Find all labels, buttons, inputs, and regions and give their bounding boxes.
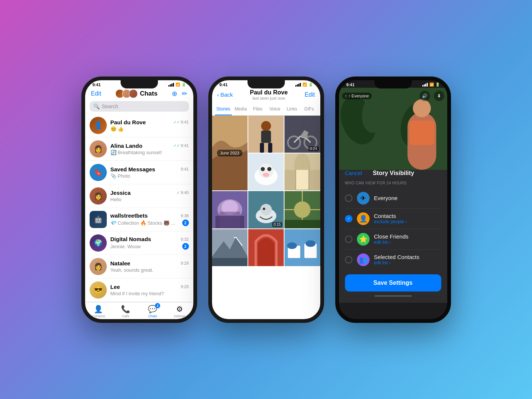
photo-temple[interactable] bbox=[212, 191, 248, 228]
back-chevron: ‹ bbox=[217, 91, 219, 98]
chats-title: Chats bbox=[115, 89, 158, 98]
option-everyone[interactable]: ✈ Everyone bbox=[345, 188, 441, 209]
volume-icon[interactable]: 🔊 bbox=[420, 91, 430, 101]
svg-point-13 bbox=[267, 167, 271, 171]
option-close-friends[interactable]: ⭐ Close Friends edit list › bbox=[345, 229, 441, 250]
avatar-lee: 😎 bbox=[90, 281, 107, 299]
svg-point-12 bbox=[261, 167, 265, 171]
calls-icon: 📞 bbox=[121, 305, 130, 314]
svg-point-26 bbox=[260, 204, 272, 215]
svg-point-2 bbox=[261, 121, 271, 131]
signal-icon-2 bbox=[295, 83, 301, 87]
photo-person[interactable] bbox=[248, 116, 284, 153]
cancel-button[interactable]: Cancel bbox=[345, 170, 363, 176]
avatar-natalee: 👩 bbox=[90, 258, 107, 275]
signal-icon bbox=[168, 83, 174, 87]
photo-arch[interactable] bbox=[284, 153, 320, 190]
settings-icon: ⚙ bbox=[176, 305, 183, 314]
back-button[interactable]: ‹ Back bbox=[217, 91, 233, 98]
time-2: 9:41 bbox=[220, 82, 228, 87]
tab-settings[interactable]: ⚙ Settings bbox=[166, 305, 193, 318]
battery-icon-3: 🔋 bbox=[435, 82, 440, 87]
badge-wsb: 2 bbox=[182, 219, 189, 226]
svg-rect-5 bbox=[268, 143, 272, 152]
chat-item-natalee[interactable]: 👩 Natalee 9:29 Yeah, sounds great. bbox=[85, 255, 193, 278]
profile-edit-button[interactable]: Edit bbox=[305, 91, 315, 98]
chat-item-jessica[interactable]: 👩 Jessica ✓9:40 Hello bbox=[85, 184, 193, 208]
tab-stories[interactable]: Stories bbox=[215, 103, 232, 115]
chat-item-nomads[interactable]: 🌍 Digital Nomads 9:32 Jennie: Woow 2 bbox=[85, 231, 193, 255]
chat-item-wsb[interactable]: 🤖 wallstreetbets 9:38 💎 Collection 🔥 Sto… bbox=[85, 208, 193, 231]
radio-close-friends bbox=[345, 236, 352, 243]
mini-avatar-3 bbox=[129, 89, 138, 98]
svg-rect-23 bbox=[220, 212, 240, 228]
radio-contacts: ✓ bbox=[345, 215, 352, 222]
tab-contacts[interactable]: 👤 Contacts bbox=[85, 305, 112, 318]
avatar-wsb: 🤖 bbox=[90, 211, 107, 228]
visibility-title: Story Visibility bbox=[373, 170, 414, 177]
time-1: 9:41 bbox=[93, 82, 101, 87]
search-placeholder: Search bbox=[102, 103, 118, 109]
notch-2 bbox=[248, 80, 285, 88]
photo-mountain[interactable] bbox=[212, 229, 248, 266]
wifi-icon-2: 📶 bbox=[302, 82, 307, 87]
chat-list: 👤 Paul du Rove ✓✓9:41 😊 👍 👩 Alina Lando bbox=[85, 114, 193, 302]
profile-header: ‹ Back Paul du Rove last seen just now E… bbox=[212, 88, 320, 103]
svg-point-29 bbox=[294, 202, 311, 218]
avatar-saved: 🔖 bbox=[90, 164, 107, 181]
profile-status: last seen just now bbox=[250, 96, 287, 100]
video-badge-moto: 0:24 bbox=[308, 146, 318, 151]
signal-icon-3 bbox=[422, 83, 428, 87]
search-bar[interactable]: 🔍 Search bbox=[90, 101, 189, 112]
save-settings-button[interactable]: Save Settings bbox=[345, 274, 441, 292]
photo-forest[interactable] bbox=[284, 191, 320, 228]
header-icons: ⊕ ✏ bbox=[172, 90, 187, 98]
chat-item-lee[interactable]: 😎 Lee 9:20 Mind if I invite my friend? bbox=[85, 278, 193, 302]
option-contacts[interactable]: ✓ 👤 Contacts exclude people › bbox=[345, 209, 441, 229]
svg-point-49 bbox=[413, 99, 430, 117]
radio-everyone bbox=[345, 194, 352, 202]
avatar-nomads: 🌍 bbox=[90, 234, 107, 252]
tab-links[interactable]: Links bbox=[284, 103, 300, 115]
battery-icon-2: 🔋 bbox=[308, 82, 313, 87]
compose-icon[interactable]: ✏ bbox=[182, 90, 187, 98]
download-icon[interactable]: ⬇ bbox=[434, 91, 444, 101]
avatar-alina: 👩 bbox=[90, 140, 107, 158]
wifi-icon-3: 📶 bbox=[429, 82, 434, 87]
visibility-panel: Cancel Story Visibility WHO CAN VIEW FOR… bbox=[339, 164, 447, 303]
svg-rect-3 bbox=[261, 130, 271, 143]
phone-profile: 9:41 📶 🔋 ‹ Back Paul du Rove last seen j… bbox=[208, 77, 324, 323]
icon-contacts: 👤 bbox=[357, 212, 370, 225]
edit-button[interactable]: Edit bbox=[91, 90, 102, 97]
new-group-icon[interactable]: ⊕ bbox=[172, 90, 177, 98]
avatar-jessica: 👩 bbox=[90, 187, 107, 205]
visibility-subtitle: WHO CAN VIEW FOR 24 HOURS bbox=[345, 181, 441, 185]
tab-gifs[interactable]: GIFs bbox=[301, 103, 317, 115]
search-icon: 🔍 bbox=[93, 103, 100, 109]
photo-moto[interactable]: 0:24 bbox=[284, 116, 320, 153]
phone-visibility: 9:41 📶 🔋 ↑ bbox=[335, 77, 451, 323]
photo-desert[interactable]: June 2023 bbox=[212, 116, 248, 191]
chat-item-alina[interactable]: 👩 Alina Lando ✓✓9:41 🔄 Breathtaking suns… bbox=[85, 137, 193, 161]
tab-voice[interactable]: Voice bbox=[267, 103, 283, 115]
chat-item-saved[interactable]: 🔖 Saved Messages 9:41 📎 Photo bbox=[85, 161, 193, 184]
chat-item-paul[interactable]: 👤 Paul du Rove ✓✓9:41 😊 👍 bbox=[85, 114, 193, 137]
photo-seal[interactable]: 0:15 bbox=[248, 191, 284, 228]
svg-rect-4 bbox=[260, 143, 264, 152]
photo-bulldog[interactable] bbox=[248, 153, 284, 190]
story-avatars bbox=[115, 89, 138, 98]
tab-files[interactable]: Files bbox=[250, 103, 266, 115]
profile-name: Paul du Rove bbox=[250, 89, 287, 96]
option-selected-contacts[interactable]: 👥 Selected Contacts edit list › bbox=[345, 250, 441, 270]
svg-point-43 bbox=[306, 240, 315, 247]
svg-point-42 bbox=[287, 242, 297, 249]
tab-calls[interactable]: 📞 Calls bbox=[112, 305, 139, 318]
photo-red-arch[interactable] bbox=[248, 229, 284, 266]
tab-chats[interactable]: 💬 2 Chats bbox=[139, 305, 167, 318]
video-badge-seal: 0:15 bbox=[272, 222, 282, 227]
tab-media[interactable]: Media bbox=[233, 103, 249, 115]
contacts-icon: 👤 bbox=[94, 305, 103, 314]
status-icons-1: 📶 🔋 bbox=[168, 82, 186, 87]
icon-everyone: ✈ bbox=[357, 192, 370, 205]
photo-santorini[interactable] bbox=[284, 229, 320, 266]
